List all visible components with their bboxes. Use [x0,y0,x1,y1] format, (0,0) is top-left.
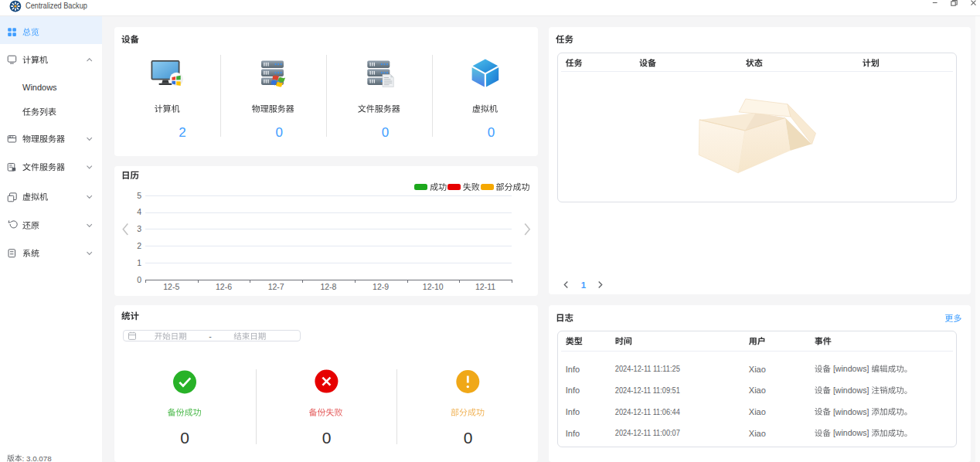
svg-text:1: 1 [581,280,587,290]
svg-text:12-10: 12-10 [423,282,444,291]
svg-text:5: 5 [137,191,141,200]
svg-text:12-7: 12-7 [268,282,284,291]
svg-text:12-5: 12-5 [163,282,179,291]
svg-text:Xiao: Xiao [749,365,766,374]
svg-text::: : [22,454,25,462]
svg-text:Info: Info [566,386,580,395]
svg-text:[windows]: [windows] [833,407,869,416]
svg-text:2024-12-11 11:11:25: 2024-12-11 11:11:25 [615,364,680,373]
svg-text:Xiao: Xiao [749,429,766,438]
svg-text:0: 0 [180,429,189,447]
svg-text:Info: Info [566,407,580,416]
svg-text:3.0.078: 3.0.078 [26,454,52,462]
svg-text:0: 0 [276,125,283,140]
svg-text:Info: Info [566,429,580,438]
svg-text:Info: Info [566,365,580,374]
svg-text:2: 2 [137,241,141,250]
svg-text:4: 4 [137,207,141,216]
svg-text:12-6: 12-6 [216,282,232,291]
svg-text:0: 0 [322,429,332,447]
svg-text:0: 0 [464,429,473,447]
svg-text:12-9: 12-9 [373,282,389,291]
svg-text:1: 1 [137,258,141,267]
svg-text:Xiao: Xiao [749,407,766,416]
svg-text:0: 0 [382,125,389,140]
svg-text:Centralized Backup: Centralized Backup [26,1,87,10]
svg-text:[windows]: [windows] [833,428,869,437]
svg-text:Windows: Windows [22,83,57,92]
svg-text:0: 0 [488,125,495,140]
svg-text:2024-12-11 11:09:51: 2024-12-11 11:09:51 [615,386,680,395]
svg-text:2: 2 [179,125,185,140]
svg-text:[windows]: [windows] [833,386,869,395]
svg-text:12-11: 12-11 [475,282,495,291]
svg-text:-: - [209,331,212,341]
svg-text:[windows]: [windows] [833,364,869,373]
svg-text:2024-12-11 11:06:44: 2024-12-11 11:06:44 [615,407,680,416]
svg-text:3: 3 [137,224,141,233]
svg-text:0: 0 [137,275,141,284]
svg-text:2024-12-11 11:00:07: 2024-12-11 11:00:07 [615,428,680,437]
svg-text:12-8: 12-8 [320,282,336,291]
svg-text:Xiao: Xiao [749,386,766,395]
